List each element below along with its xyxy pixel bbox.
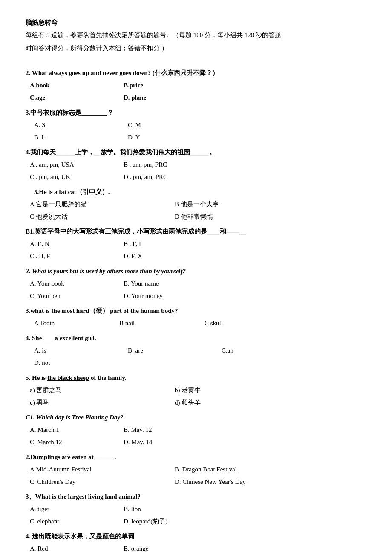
question-b1: B1.英语字母中的大写形式有三笔完成，小写形式由两笔完成的是____和——__ …	[26, 226, 366, 263]
question-b5: 5. He is the black sheep of the family. …	[26, 372, 366, 409]
opt-a3-c: C. M	[128, 119, 222, 131]
opt-b1-c: C . H, F	[30, 251, 124, 262]
q-c2-options2: C. Children's Day D. Chinese New Year's …	[30, 476, 366, 489]
q-c2-options: A.Mid-Autumn Festival B. Dragon Boat Fes…	[30, 464, 366, 476]
q-c2-text: 2.Dumplings are eaten at ______.	[26, 451, 366, 463]
q-b1-options2: C . H, F D. F, X	[30, 251, 366, 263]
opt-c1-c: C. March.12	[30, 436, 124, 448]
opt-b5-b: b) 老黄牛	[175, 384, 268, 396]
opt-a5-c: C 他爱说大话	[30, 211, 175, 223]
q-a4-text: 4.我们每天______上学，__放学。我们热爱我们伟大的祖国______。	[26, 147, 366, 158]
q-b4-text: 4. She ___ a excellent girl.	[26, 332, 366, 344]
q-c3-text: 3、What is the largest living land animal…	[26, 491, 366, 503]
q-a4-options: A . am, pm, USA B . am, pm, PRC	[30, 159, 366, 171]
opt-c2-b: B. Dragon Boat Festival	[175, 464, 268, 475]
q-a3-options: A. S C. M	[34, 119, 366, 132]
question-c4: 4. 选出既能表示水果，又是颜色的单词 A. Red B. orange C. …	[26, 531, 366, 555]
opt-b3-b: B nail	[119, 318, 205, 329]
q-b3-options: A Tooth B nail C skull	[34, 318, 366, 330]
opt-b4-a: A. is	[34, 345, 128, 356]
q-c3-options: A. tiger B. lion	[30, 503, 366, 516]
opt-a2-c: C.age	[30, 92, 124, 104]
q-b5-options2: c) 黑马 d) 领头羊	[30, 397, 366, 409]
q-a5-text: 5.He is a fat cat（引申义）.	[34, 186, 366, 198]
question-a4: 4.我们每天______上学，__放学。我们热爱我们伟大的祖国______。 A…	[26, 147, 366, 184]
q-a2-options: A.book B.price	[30, 80, 366, 92]
question-b2: 2. What is yours but is used by others m…	[26, 266, 366, 303]
q-b1-text: B1.英语字母中的大写形式有三笔完成，小写形式由两笔完成的是____和——__	[26, 226, 366, 237]
opt-c1-b: B. May. 12	[124, 424, 217, 436]
opt-a5-a: A 它是一只肥胖的猫	[30, 199, 175, 210]
opt-a4-b: B . am, pm, PRC	[124, 159, 217, 171]
opt-b5-a: a) 害群之马	[30, 384, 175, 396]
q-b2-text: 2. What is yours but is used by others m…	[26, 266, 366, 277]
question-c1: C1. Which day is Tree Planting Day? A. M…	[26, 412, 366, 449]
question-a5: 5.He is a fat cat（引申义）. A 它是一只肥胖的猫 B 他是一…	[26, 186, 366, 223]
opt-b4-d: D. not	[34, 357, 128, 369]
opt-c4-a: A. Red	[30, 543, 124, 555]
opt-a3-d: D. Y	[128, 132, 222, 143]
opt-b5-d: d) 领头羊	[175, 397, 268, 408]
q-b4-options: A. is B. are C.an D. not	[34, 345, 366, 370]
opt-c4-b: B. orange	[124, 543, 217, 555]
q-b2-options: A. Your book B. Your name	[30, 278, 366, 290]
q-b2-options2: C. Your pen D. Your money	[30, 290, 366, 303]
intro-line2: 时间答对得分，所得分数计入本组；答错不扣分 ）	[26, 43, 366, 54]
opt-b2-c: C. Your pen	[30, 290, 124, 302]
opt-c1-a: A. March.1	[30, 424, 124, 436]
question-c3: 3、What is the largest living land animal…	[26, 491, 366, 528]
opt-b4-c: C.an	[222, 345, 315, 356]
opt-b3-c: C skull	[205, 318, 290, 329]
question-a2: 2. What always goes up and never goes do…	[26, 67, 366, 104]
q-a5-options: A 它是一只肥胖的猫 B 他是一个大亨	[30, 199, 366, 211]
opt-c3-b: B. lion	[124, 503, 217, 515]
opt-b2-b: B. Your name	[124, 278, 217, 289]
question-b4: 4. She ___ a excellent girl. A. is B. ar…	[26, 332, 366, 370]
opt-b2-a: A. Your book	[30, 278, 124, 289]
opt-c3-a: A. tiger	[30, 503, 124, 515]
q-b3-text: 3.what is the most hard（硬） part of the h…	[26, 305, 366, 317]
opt-a5-d: D 他非常懒惰	[175, 211, 268, 223]
q-c4-options: A. Red B. orange	[30, 543, 366, 555]
opt-a2-b: B.price	[124, 80, 217, 91]
q-b5-text: 5. He is the black sheep of the family.	[26, 372, 366, 384]
q-a2-text: 2. What always goes up and never goes do…	[26, 67, 366, 79]
opt-a3-b: B. L	[34, 132, 128, 143]
q-b5-options: a) 害群之马 b) 老黄牛	[30, 384, 366, 397]
opt-a2-d: D. plane	[124, 92, 217, 104]
question-c2: 2.Dumplings are eaten at ______. A.Mid-A…	[26, 451, 366, 489]
page-container: 脑筋急转弯 每组有 5 道题，参赛队首先抽签决定所答题的题号。（每题 100 分…	[26, 17, 366, 555]
opt-c3-d: D. leopard(豹子)	[124, 516, 217, 527]
question-b3: 3.what is the most hard（硬） part of the h…	[26, 305, 366, 330]
q-c1-options2: C. March.12 D. May. 14	[30, 436, 366, 449]
opt-b1-a: A. E, N	[30, 238, 124, 250]
opt-b3-a: A Tooth	[34, 318, 119, 329]
opt-a5-b: B 他是一个大亨	[175, 199, 268, 210]
q-a3-options2: B. L D. Y	[34, 132, 366, 144]
q-c4-text: 4. 选出既能表示水果，又是颜色的单词	[26, 531, 366, 542]
opt-b1-d: D. F, X	[124, 251, 217, 262]
opt-c2-a: A.Mid-Autumn Festival	[30, 464, 175, 475]
opt-c1-d: D. May. 14	[124, 436, 217, 448]
opt-a4-a: A . am, pm, USA	[30, 159, 124, 171]
opt-b5-c: c) 黑马	[30, 397, 175, 408]
page-title: 脑筋急转弯	[26, 17, 366, 29]
opt-b2-d: D. Your money	[124, 290, 217, 302]
opt-a4-c: C . pm, am, UK	[30, 171, 124, 183]
opt-b1-b: B . F, I	[124, 238, 217, 250]
q-a3-text: 3.中号衣服的标志是________？	[26, 107, 366, 119]
opt-a4-d: D . pm, am, PRC	[124, 171, 217, 183]
opt-c3-c: C. elephant	[30, 516, 124, 527]
q-c1-text: C1. Which day is Tree Planting Day?	[26, 412, 366, 423]
opt-a3-a: A. S	[34, 119, 128, 131]
q-b1-options: A. E, N B . F, I	[30, 238, 366, 251]
q-c3-options2: C. elephant D. leopard(豹子)	[30, 516, 366, 528]
question-a3: 3.中号衣服的标志是________？ A. S C. M B. L D. Y	[26, 107, 366, 144]
opt-c2-d: D. Chinese New Year's Day	[175, 476, 268, 488]
opt-b4-b: B. are	[128, 345, 222, 356]
q-a2-options2: C.age D. plane	[30, 92, 366, 104]
opt-a2-a: A.book	[30, 80, 124, 91]
q-a4-options2: C . pm, am, UK D . pm, am, PRC	[30, 171, 366, 184]
q-a5-options2: C 他爱说大话 D 他非常懒惰	[30, 211, 366, 223]
intro-line1: 每组有 5 道题，参赛队首先抽签决定所答题的题号。（每题 100 分，每小组共 …	[26, 29, 366, 41]
